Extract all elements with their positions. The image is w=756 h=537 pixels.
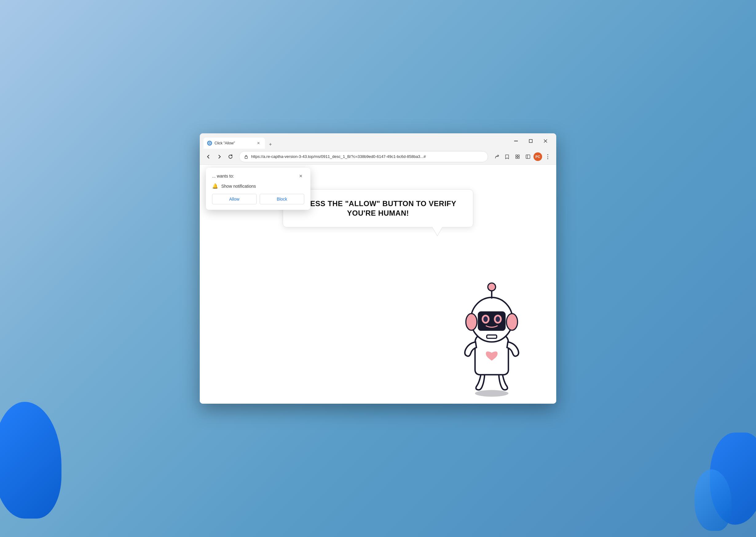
popup-buttons: Allow Block	[212, 194, 304, 204]
svg-rect-12	[526, 155, 530, 158]
window-controls	[509, 136, 553, 146]
svg-rect-18	[478, 311, 506, 331]
speech-text: PRESS THE "ALLOW" BUTTON TO VERIFY YOU'R…	[300, 199, 456, 217]
svg-point-22	[496, 316, 500, 322]
svg-point-21	[483, 316, 488, 322]
tab-globe-icon	[207, 141, 212, 145]
tab-title: Click "Allow"	[215, 141, 253, 145]
svg-point-14	[475, 390, 509, 397]
title-bar: Click "Allow" ✕ +	[200, 133, 556, 149]
notification-popup: ... wants to: ✕ 🔔 Show notifications All…	[206, 168, 311, 210]
svg-point-17	[506, 314, 518, 330]
popup-close-button[interactable]: ✕	[298, 173, 304, 180]
forward-button[interactable]	[215, 152, 224, 162]
page-content: PRESS THE "ALLOW" BUTTON TO VERIFY YOU'R…	[200, 165, 556, 404]
notification-text: Show notifications	[221, 184, 256, 188]
share-button[interactable]	[492, 152, 502, 162]
browser-window: Click "Allow" ✕ +	[200, 133, 556, 404]
svg-rect-9	[518, 155, 519, 156]
win11-curve-left	[0, 402, 62, 518]
back-button[interactable]	[203, 152, 213, 162]
bell-icon: 🔔	[212, 183, 218, 189]
svg-rect-10	[516, 157, 517, 158]
popup-title: ... wants to:	[212, 174, 234, 179]
svg-rect-4	[529, 140, 532, 143]
address-bar[interactable]: https://a.re-captha-version-3-43.top/ms/…	[239, 151, 488, 162]
popup-notification-item: 🔔 Show notifications	[212, 183, 304, 189]
robot-character	[452, 281, 532, 397]
allow-button[interactable]: Allow	[212, 194, 257, 204]
svg-rect-25	[487, 335, 497, 338]
menu-button[interactable]: ⋮	[543, 152, 553, 162]
sidebar-button[interactable]	[523, 152, 533, 162]
svg-point-16	[466, 314, 477, 330]
bookmark-button[interactable]	[502, 152, 512, 162]
tab-close-button[interactable]: ✕	[256, 141, 261, 146]
minimize-button[interactable]	[509, 136, 523, 146]
profile-button[interactable]: PC	[533, 152, 542, 161]
reload-button[interactable]	[226, 152, 235, 162]
tabs-area: Click "Allow" ✕ +	[203, 133, 509, 149]
svg-rect-3	[514, 141, 518, 141]
browser-tab[interactable]: Click "Allow" ✕	[203, 138, 265, 149]
lock-icon	[244, 154, 249, 159]
close-button[interactable]	[538, 136, 553, 146]
svg-point-24	[488, 283, 495, 291]
restore-button[interactable]	[524, 136, 538, 146]
toolbar-right: PC ⋮	[492, 152, 553, 162]
svg-rect-7	[245, 156, 247, 158]
block-button[interactable]: Block	[260, 194, 304, 204]
url-text: https://a.re-captha-version-3-43.top/ms/…	[251, 154, 483, 159]
speech-bubble: PRESS THE "ALLOW" BUTTON TO VERIFY YOU'R…	[283, 189, 473, 227]
svg-rect-11	[518, 157, 519, 158]
navigation-bar: https://a.re-captha-version-3-43.top/ms/…	[200, 149, 556, 165]
new-tab-button[interactable]: +	[266, 140, 275, 149]
extensions-button[interactable]	[513, 152, 523, 162]
svg-rect-8	[516, 155, 517, 156]
popup-header: ... wants to: ✕	[212, 173, 304, 180]
